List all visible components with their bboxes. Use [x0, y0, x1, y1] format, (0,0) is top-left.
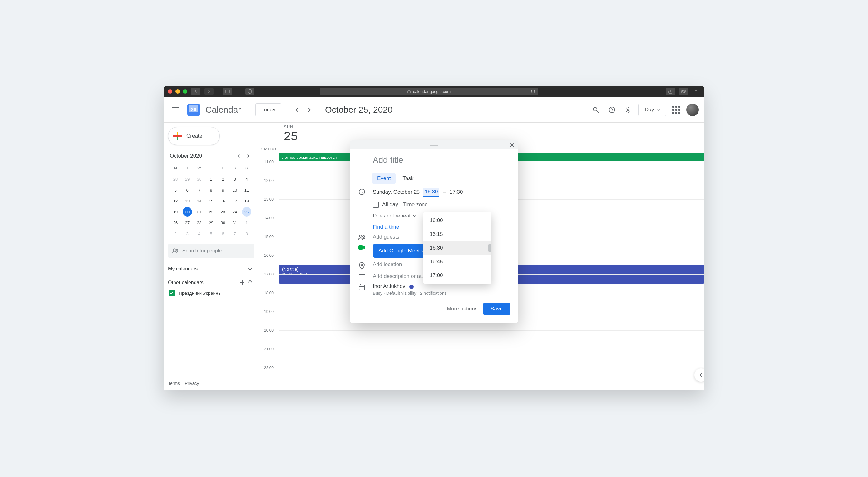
mini-day[interactable]: 12 — [171, 196, 180, 206]
mini-day[interactable]: 7 — [194, 185, 204, 195]
mini-prev-month-button[interactable] — [235, 152, 243, 160]
mini-day[interactable]: 5 — [206, 229, 216, 238]
hour-label: 14:00 — [264, 216, 274, 220]
mini-day[interactable]: 20 — [183, 207, 192, 216]
mini-day[interactable]: 1 — [242, 218, 251, 228]
save-button[interactable]: Save — [483, 303, 510, 315]
mini-day[interactable]: 28 — [171, 174, 180, 184]
mini-day[interactable]: 13 — [183, 196, 192, 206]
mini-day[interactable]: 29 — [206, 218, 216, 228]
mini-day[interactable]: 18 — [242, 196, 251, 206]
mini-day[interactable]: 15 — [206, 196, 216, 206]
time-option[interactable]: 16:45 — [423, 255, 491, 269]
next-day-button[interactable] — [304, 104, 315, 115]
all-day-checkbox[interactable] — [373, 202, 379, 208]
event-editor-drag-handle[interactable] — [350, 140, 518, 149]
mini-day[interactable]: 4 — [194, 229, 204, 238]
time-option[interactable]: 16:00 — [423, 214, 491, 228]
tab-task[interactable]: Task — [398, 173, 418, 184]
mini-day[interactable]: 3 — [230, 174, 240, 184]
mini-day[interactable]: 7 — [230, 229, 240, 238]
mini-day[interactable]: 19 — [171, 207, 180, 216]
help-button[interactable] — [606, 104, 618, 116]
event-date[interactable]: Sunday, October 25 — [373, 189, 420, 195]
mini-day[interactable]: 24 — [230, 207, 240, 216]
browser-back-button[interactable] — [191, 88, 200, 95]
mini-day[interactable]: 4 — [242, 174, 251, 184]
mini-day[interactable]: 1 — [206, 174, 216, 184]
collapse-other-cal-button[interactable] — [248, 280, 252, 285]
settings-button[interactable] — [622, 104, 634, 116]
mini-day[interactable]: 11 — [242, 185, 251, 195]
start-time-chip[interactable]: 16:30 — [423, 188, 439, 197]
time-zone-button[interactable]: Time zone — [403, 202, 428, 208]
mini-day[interactable]: 25 — [242, 207, 251, 216]
terms-link[interactable]: Terms — [168, 381, 180, 386]
mini-day[interactable]: 2 — [171, 229, 180, 238]
mini-day[interactable]: 6 — [218, 229, 228, 238]
more-options-button[interactable]: More options — [447, 303, 477, 315]
privacy-shield-button[interactable] — [245, 88, 254, 95]
mini-day[interactable]: 16 — [218, 196, 228, 206]
prev-day-button[interactable] — [291, 104, 303, 115]
hour-label: 12:00 — [264, 178, 274, 183]
mini-day[interactable]: 22 — [206, 207, 216, 216]
mini-day[interactable]: 31 — [230, 218, 240, 228]
mini-day[interactable]: 27 — [183, 218, 192, 228]
privacy-link[interactable]: Privacy — [185, 381, 199, 386]
today-button-label: Today — [261, 107, 275, 113]
mini-next-month-button[interactable] — [244, 152, 252, 160]
mini-day[interactable]: 6 — [183, 185, 192, 195]
window-controls — [168, 89, 187, 94]
browser-forward-button[interactable] — [204, 88, 214, 95]
share-button[interactable] — [666, 88, 675, 95]
time-option[interactable]: 16:15 — [423, 228, 491, 241]
time-option[interactable]: 17:00 — [423, 269, 491, 282]
reload-icon[interactable] — [531, 89, 535, 94]
mini-day[interactable]: 14 — [194, 196, 204, 206]
mini-day[interactable]: 29 — [183, 174, 192, 184]
account-avatar[interactable] — [686, 104, 699, 116]
other-calendars-section[interactable]: Other calendars — [168, 280, 254, 285]
view-switcher[interactable]: Day — [638, 104, 666, 116]
calendar-checkbox[interactable] — [168, 290, 175, 296]
time-dropdown[interactable]: 16:0016:1516:3016:4517:00 — [423, 212, 491, 283]
scrollbar-thumb[interactable] — [488, 244, 491, 252]
window-close-button[interactable] — [168, 89, 172, 94]
calendar-item[interactable]: Праздники Украины — [168, 290, 254, 296]
time-option[interactable]: 16:30 — [423, 241, 491, 255]
mini-day[interactable]: 5 — [171, 185, 180, 195]
search-people-input[interactable]: Search for people — [168, 244, 254, 258]
main-menu-button[interactable] — [169, 104, 182, 116]
tabs-button[interactable] — [679, 88, 688, 95]
window-minimize-button[interactable] — [176, 89, 180, 94]
create-button[interactable]: Create — [168, 127, 220, 145]
mini-day[interactable]: 26 — [171, 218, 180, 228]
mini-day[interactable]: 23 — [218, 207, 228, 216]
close-button[interactable] — [508, 141, 516, 149]
mini-day[interactable]: 28 — [194, 218, 204, 228]
mini-day[interactable]: 30 — [218, 218, 228, 228]
browser-address-bar[interactable]: calendar.google.com — [320, 88, 538, 95]
my-calendars-section[interactable]: My calendars — [168, 266, 254, 272]
mini-day[interactable]: 17 — [230, 196, 240, 206]
google-apps-button[interactable] — [670, 104, 683, 116]
window-maximize-button[interactable] — [183, 89, 187, 94]
mini-day[interactable]: 30 — [194, 174, 204, 184]
search-button[interactable] — [589, 104, 602, 116]
end-time-chip[interactable]: 17:30 — [450, 189, 463, 195]
sidebar-toggle-button[interactable] — [223, 88, 232, 95]
mini-day[interactable]: 8 — [242, 229, 251, 238]
today-button[interactable]: Today — [255, 103, 281, 116]
mini-day[interactable]: 10 — [230, 185, 240, 195]
mini-day[interactable]: 3 — [183, 229, 192, 238]
event-title-input[interactable] — [372, 155, 510, 168]
mini-day[interactable]: 21 — [194, 207, 204, 216]
hour-line — [279, 330, 704, 331]
mini-day[interactable]: 2 — [218, 174, 228, 184]
tab-event[interactable]: Event — [372, 173, 396, 184]
mini-day[interactable]: 9 — [218, 185, 228, 195]
new-tab-button[interactable]: + — [692, 88, 700, 95]
mini-day[interactable]: 8 — [206, 185, 216, 195]
add-calendar-button[interactable] — [240, 280, 245, 285]
